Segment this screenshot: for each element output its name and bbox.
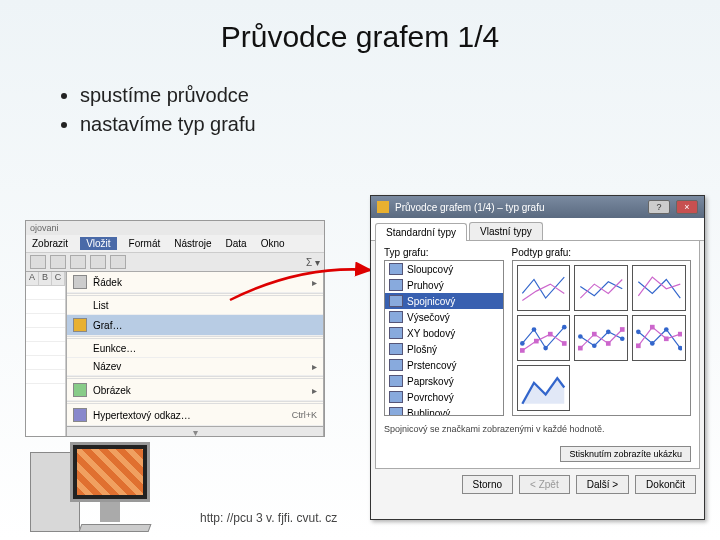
svg-rect-7 [562, 342, 567, 347]
subtype-cell[interactable] [517, 315, 571, 361]
subtype-cell[interactable] [517, 265, 571, 311]
menu-item-funkce[interactable]: Eunkce… [67, 340, 323, 358]
tab-standard-types[interactable]: Standardní typy [375, 223, 467, 241]
menu-nastroje[interactable]: Nástroje [172, 237, 213, 250]
dialog-tabs: Standardní typy Vlastní typy [371, 218, 704, 241]
bar-chart-icon [389, 279, 403, 291]
next-button[interactable]: Další > [576, 475, 629, 494]
menu-item-nazev[interactable]: Název▸ [67, 358, 323, 376]
svg-rect-23 [678, 332, 683, 337]
subtype-description: Spojnicový se značkami zobrazenými v kaž… [384, 424, 691, 435]
menu-data[interactable]: Data [224, 237, 249, 250]
toolbar-button[interactable] [110, 255, 126, 269]
left-screenshot: ojovani Zobrazit Vložit Formát Nástroje … [25, 220, 325, 437]
ls-top-label: ojovani [26, 221, 324, 235]
chart-type-item[interactable]: Plošný [385, 341, 503, 357]
chart-subtype-label: Podtyp grafu: [512, 247, 691, 258]
menu-item-obrazek[interactable]: Obrázek▸ [67, 380, 323, 401]
svg-point-8 [578, 335, 583, 340]
menu-vlozit[interactable]: Vložit [80, 237, 116, 250]
dialog-titlebar: Průvodce grafem (1/4) – typ grafu ? × [371, 196, 704, 218]
finish-button[interactable]: Dokončit [635, 475, 696, 494]
link-icon [73, 408, 87, 422]
footer-url: http: //pcu 3 v. fjfi. cvut. cz [200, 511, 337, 525]
svg-point-18 [664, 328, 669, 333]
svg-point-3 [562, 325, 567, 330]
chart-type-item[interactable]: Výsečový [385, 309, 503, 325]
toolbar-row: Σ ▾ [26, 253, 324, 272]
chart-type-item[interactable]: XY bodový [385, 325, 503, 341]
col-header[interactable]: B [39, 272, 52, 285]
menu-item-list[interactable]: List [67, 297, 323, 315]
svg-rect-6 [548, 332, 553, 337]
slide-title: Průvodce grafem 1/4 [0, 0, 720, 54]
menu-zobrazit[interactable]: Zobrazit [30, 237, 70, 250]
spreadsheet-area: A B C [26, 272, 66, 436]
toolbar-button[interactable] [90, 255, 106, 269]
subtype-cell[interactable] [632, 265, 686, 311]
dropdown-menu: Řádek▸ List Graf… Eunkce… Název▸ Obrázek… [66, 272, 324, 436]
chart-type-item[interactable]: Pruhový [385, 277, 503, 293]
svg-rect-14 [606, 342, 611, 347]
image-icon [73, 383, 87, 397]
subtype-cell[interactable] [517, 365, 571, 411]
svg-rect-5 [534, 339, 539, 344]
cancel-button[interactable]: Storno [462, 475, 513, 494]
col-header[interactable]: A [26, 272, 39, 285]
chart-type-item[interactable]: Bublinový [385, 405, 503, 416]
computer-illustration [30, 422, 170, 532]
svg-rect-15 [620, 328, 625, 333]
menu-item-radek[interactable]: Řádek▸ [67, 272, 323, 293]
svg-point-2 [544, 346, 549, 351]
row-icon [73, 275, 87, 289]
xy-chart-icon [389, 327, 403, 339]
menu-item-graf[interactable]: Graf… [67, 315, 323, 336]
help-button[interactable]: ? [648, 200, 670, 214]
chart-type-item[interactable]: Prstencový [385, 357, 503, 373]
doughnut-chart-icon [389, 359, 403, 371]
area-chart-icon [389, 343, 403, 355]
close-button[interactable]: × [676, 200, 698, 214]
radar-chart-icon [389, 375, 403, 387]
chart-wizard-dialog: Průvodce grafem (1/4) – typ grafu ? × St… [370, 195, 705, 520]
svg-point-16 [636, 330, 641, 335]
subtype-cell[interactable] [574, 315, 628, 361]
subtype-cell[interactable] [574, 265, 628, 311]
svg-rect-12 [578, 346, 583, 351]
svg-point-10 [606, 330, 611, 335]
svg-rect-22 [664, 337, 669, 342]
dialog-title-text: Průvodce grafem (1/4) – typ grafu [395, 202, 642, 213]
bullet-item: nastavíme typ grafu [80, 113, 720, 136]
toolbar-button[interactable] [70, 255, 86, 269]
tab-custom-types[interactable]: Vlastní typy [469, 222, 543, 240]
svg-rect-4 [520, 349, 525, 354]
preview-button[interactable]: Stisknutím zobrazíte ukázku [560, 446, 691, 462]
menubar: Zobrazit Vložit Formát Nástroje Data Okn… [26, 235, 324, 253]
chart-type-listbox[interactable]: Sloupcový Pruhový Spojnicový Výsečový XY… [384, 260, 504, 416]
line-chart-icon [389, 295, 403, 307]
menu-format[interactable]: Formát [127, 237, 163, 250]
subtype-cell[interactable] [632, 315, 686, 361]
chart-subtype-grid [512, 260, 691, 416]
svg-point-9 [592, 344, 597, 349]
bubble-chart-icon [389, 407, 403, 416]
col-header[interactable]: C [52, 272, 65, 285]
toolbar-button[interactable] [50, 255, 66, 269]
chart-icon [73, 318, 87, 332]
chart-type-item[interactable]: Sloupcový [385, 261, 503, 277]
pie-chart-icon [389, 311, 403, 323]
svg-point-11 [620, 337, 625, 342]
surface-chart-icon [389, 391, 403, 403]
chart-wizard-icon [377, 201, 389, 213]
svg-rect-20 [636, 344, 641, 349]
menu-okno[interactable]: Okno [259, 237, 287, 250]
dialog-button-row: Storno < Zpět Další > Dokončit [371, 469, 704, 500]
bullet-item: spustíme průvodce [80, 84, 720, 107]
chart-type-item[interactable]: Paprskový [385, 373, 503, 389]
toolbar-button[interactable] [30, 255, 46, 269]
svg-point-19 [678, 346, 683, 351]
svg-point-0 [520, 342, 525, 347]
back-button[interactable]: < Zpět [519, 475, 570, 494]
chart-type-item-selected[interactable]: Spojnicový [385, 293, 503, 309]
chart-type-item[interactable]: Povrchový [385, 389, 503, 405]
